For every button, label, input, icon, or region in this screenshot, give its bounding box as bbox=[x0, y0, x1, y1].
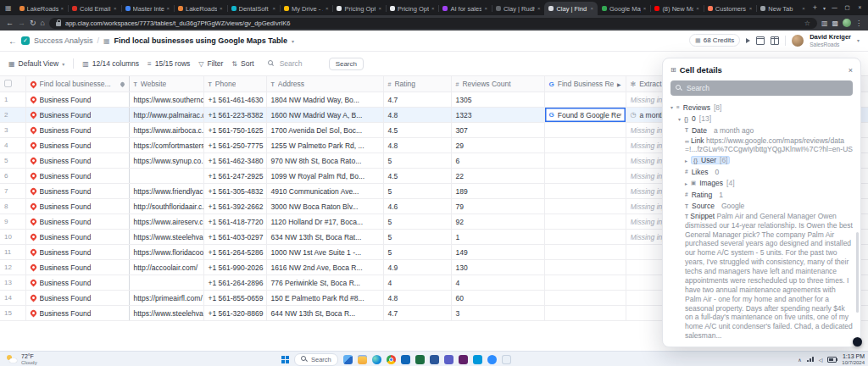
row-number[interactable]: 10 bbox=[0, 230, 25, 245]
rating-cell[interactable]: 4.6 bbox=[383, 199, 451, 214]
column-header-phone[interactable]: TPhone bbox=[203, 76, 266, 92]
tab-close-icon[interactable]: × bbox=[696, 6, 699, 11]
tab-close-icon[interactable]: × bbox=[749, 6, 753, 11]
tree-row[interactable]: # Rating 1 bbox=[670, 189, 853, 201]
address-cell[interactable]: 1099 W Royal Palm Rd, Bo... bbox=[266, 169, 383, 184]
website-cell[interactable]: https://www.friendlyac... bbox=[129, 184, 203, 199]
rating-cell[interactable]: 4.8 bbox=[383, 138, 451, 153]
new-tab-button[interactable]: + bbox=[813, 3, 817, 12]
rating-cell[interactable]: 5 bbox=[383, 153, 451, 169]
reviews-count-cell[interactable]: 1323 bbox=[451, 108, 544, 123]
address-cell[interactable]: 776 Periwinkle St, Boca R... bbox=[266, 275, 383, 291]
phone-cell[interactable]: +1 561-247-2925 bbox=[203, 169, 266, 184]
browser-tab[interactable]: New Tab × bbox=[756, 2, 809, 15]
browser-tab[interactable]: Cold Email I... × bbox=[68, 2, 120, 15]
panel-search-input[interactable]: Search bbox=[670, 80, 853, 96]
rating-cell[interactable]: 4.8 bbox=[383, 108, 451, 123]
reviews-count-cell[interactable]: 1 bbox=[451, 230, 544, 245]
status-cell[interactable]: Business Found bbox=[25, 230, 129, 245]
browser-workspaces-icon[interactable]: ▦ bbox=[5, 4, 12, 12]
address-cell[interactable]: 150 E Palmetto Park Rd #8... bbox=[266, 291, 383, 306]
row-number[interactable]: 11 bbox=[0, 245, 25, 260]
tab-close-icon[interactable]: × bbox=[220, 6, 223, 11]
column-header-rating[interactable]: #Rating bbox=[383, 76, 451, 92]
taskbar-icon-outlook[interactable] bbox=[401, 355, 410, 364]
row-number[interactable]: 12 bbox=[0, 260, 25, 275]
find-reviews-cell[interactable] bbox=[544, 260, 626, 275]
rating-cell[interactable]: 4.8 bbox=[383, 291, 451, 306]
website-cell[interactable]: https://www.steelehva... bbox=[129, 230, 203, 245]
address-cell[interactable]: 1600 NW Madrid Way A, B... bbox=[266, 108, 383, 123]
start-button[interactable] bbox=[281, 356, 289, 363]
address-cell[interactable]: 3000 NW Boca Raton Blv... bbox=[266, 199, 383, 214]
browser-tab[interactable]: My Drive - ... × bbox=[280, 2, 332, 15]
website-cell[interactable]: http://www.palmairac.c... bbox=[129, 108, 203, 123]
column-header-find-business-reviews[interactable]: GFind Business Revie...▶ bbox=[544, 76, 626, 92]
browser-tab[interactable]: Pricing Opti... × bbox=[332, 2, 385, 15]
taskbar-search[interactable]: Search bbox=[294, 353, 338, 366]
browser-profile-avatar[interactable] bbox=[843, 19, 851, 27]
reviews-count-cell[interactable]: 60 bbox=[451, 291, 544, 306]
find-reviews-cell[interactable] bbox=[544, 291, 626, 306]
taskbar-icon-excel[interactable] bbox=[415, 355, 425, 364]
user-block[interactable]: David Kreiger SalesRoads bbox=[810, 34, 851, 47]
status-cell[interactable]: Business Found bbox=[25, 245, 129, 260]
address-cell[interactable]: 1804 NW Madrid Way, Bo... bbox=[266, 92, 383, 108]
rating-cell[interactable]: 4.7 bbox=[383, 92, 451, 108]
reviews-count-cell[interactable]: 29 bbox=[451, 138, 544, 153]
rows-button[interactable]: ≡ 15/15 rows bbox=[147, 59, 190, 68]
rating-cell[interactable]: 4.5 bbox=[383, 123, 451, 138]
rating-cell[interactable]: 4.7 bbox=[383, 306, 451, 321]
phone-cell[interactable]: +1 561-264-5286 bbox=[203, 245, 266, 260]
tree-row[interactable]: ▸ ▣ Images [4] bbox=[670, 177, 853, 189]
row-number[interactable]: 5 bbox=[0, 153, 25, 169]
find-reviews-cell[interactable]: GFound 8 Google Review... bbox=[544, 108, 626, 123]
volume-icon[interactable]: ◁ bbox=[819, 357, 823, 363]
tree-chevron-icon[interactable]: ▾ bbox=[678, 116, 681, 122]
taskbar-icon-teams[interactable] bbox=[444, 355, 453, 364]
reviews-count-cell[interactable]: 6 bbox=[451, 153, 544, 169]
home-icon[interactable]: ⌂ bbox=[41, 19, 45, 27]
columns-button[interactable]: ▥ 12/14 columns bbox=[82, 59, 139, 68]
tab-close-icon[interactable]: × bbox=[167, 6, 170, 11]
find-reviews-cell[interactable] bbox=[544, 92, 626, 108]
network-icon[interactable] bbox=[807, 357, 814, 362]
address-cell[interactable]: 1120 Holland Dr #17, Boca... bbox=[266, 214, 383, 230]
reviews-count-cell[interactable]: 3 bbox=[451, 306, 544, 321]
row-number[interactable]: 15 bbox=[0, 306, 25, 321]
find-reviews-cell[interactable] bbox=[544, 306, 626, 321]
rating-cell[interactable]: 5 bbox=[383, 245, 451, 260]
column-header-address[interactable]: TAddress bbox=[266, 76, 383, 92]
rating-cell[interactable]: 5 bbox=[383, 214, 451, 230]
window-minimize-button[interactable]: — bbox=[828, 0, 841, 14]
tree-chevron-icon[interactable]: ▸ bbox=[685, 180, 687, 186]
browser-tab[interactable]: Customers |... × bbox=[704, 2, 756, 15]
app-back-button[interactable]: ← bbox=[8, 36, 17, 46]
find-reviews-cell[interactable] bbox=[544, 153, 626, 169]
column-header-find-local-businesses[interactable]: Find local businesse... bbox=[25, 76, 129, 92]
side-panel-icon[interactable]: ▥ bbox=[821, 19, 828, 27]
browser-tab[interactable]: Pricing Opti... × bbox=[386, 2, 438, 15]
status-cell[interactable]: Business Found bbox=[25, 184, 129, 199]
status-cell[interactable]: Business Found bbox=[25, 199, 129, 214]
website-cell[interactable]: https://primeairfl.com/ bbox=[129, 291, 203, 306]
browser-tab[interactable]: LakeRoads × bbox=[15, 2, 68, 15]
tab-close-icon[interactable]: × bbox=[590, 6, 593, 11]
row-number[interactable]: 9 bbox=[0, 214, 25, 230]
rating-cell[interactable]: 4.5 bbox=[383, 169, 451, 184]
browser-tab[interactable]: AI for sales ... × bbox=[438, 2, 491, 15]
row-number[interactable]: 1 bbox=[0, 92, 25, 108]
phone-cell[interactable]: +1 561-461-4630 bbox=[203, 92, 266, 108]
reviews-count-cell[interactable]: 4 bbox=[451, 275, 544, 291]
tree-row[interactable]: T Source Google bbox=[670, 200, 853, 212]
website-cell[interactable] bbox=[129, 169, 203, 184]
column-header-website[interactable]: TWebsite bbox=[129, 76, 203, 92]
phone-cell[interactable]: +1 561-264-2896 bbox=[203, 275, 266, 291]
tab-list-chevron-icon[interactable]: ▾ bbox=[823, 5, 826, 11]
credits-badge[interactable]: ▦ 68 Credits bbox=[689, 34, 740, 47]
battery-icon[interactable] bbox=[827, 357, 837, 363]
taskbar-icon-file-explorer[interactable] bbox=[358, 355, 367, 364]
reviews-count-cell[interactable]: 189 bbox=[451, 184, 544, 199]
filter-button[interactable]: ▽ Filter bbox=[198, 59, 223, 68]
phone-cell[interactable]: +1 561-223-8382 bbox=[203, 108, 266, 123]
